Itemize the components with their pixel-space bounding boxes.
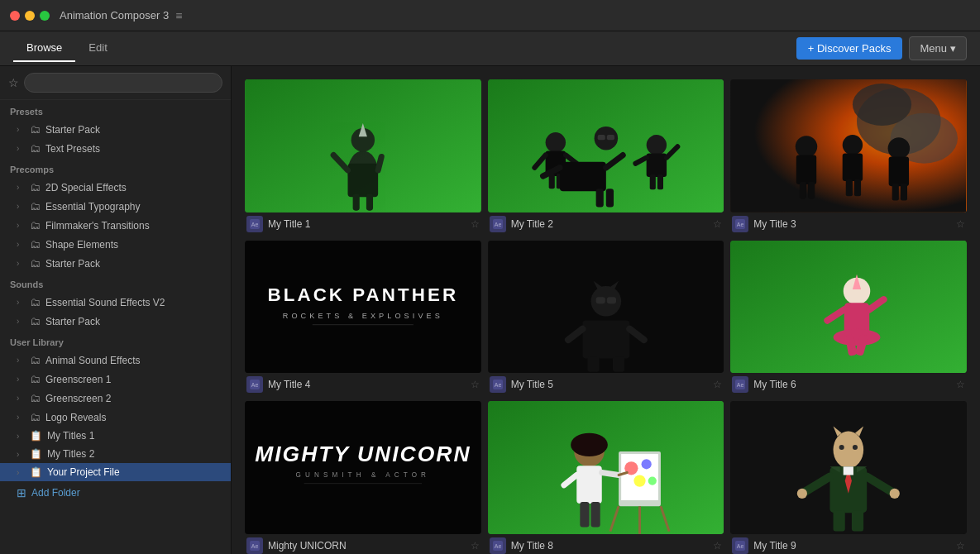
svg-text:Ae: Ae [737,222,744,227]
sidebar-item-text-presets[interactable]: › 🗂 Text Presets [0,139,231,158]
folder-icon: 🗂 [30,142,41,155]
item-star-9[interactable]: ☆ [956,540,965,552]
thumbnail-7: MIGHTY UNICORN GUNSMITH & ACTOR [245,401,481,534]
grid-item-1[interactable]: Ae My Title 1 ☆ [241,76,485,237]
thumb-svg-9 [730,401,967,534]
chevron-right-icon: › [17,432,25,441]
chevron-right-icon: › [17,450,25,459]
sidebar-item-greenscreen-1[interactable]: › 🗂 Greenscreen 1 [0,370,231,389]
svg-point-114 [839,445,844,450]
add-icon: ⊞ [17,486,26,499]
menu-label: Menu [920,42,947,55]
sidebar-item-essential-typography[interactable]: › 🗂 Essential Typography [0,197,231,216]
thumbnail-1 [245,79,481,213]
folder-icon: 🗂 [30,181,41,193]
item-star-2[interactable]: ☆ [713,218,722,230]
sidebar-item-2d-special[interactable]: › 🗂 2D Special Effects [0,178,231,197]
hamburger-icon[interactable]: ≡ [175,9,182,22]
svg-point-13 [545,132,565,152]
item-star-6[interactable]: ☆ [956,379,965,390]
menu-button[interactable]: Menu ▾ [909,36,967,60]
grid-item-5[interactable]: Ae My Title 5 ☆ [485,237,728,399]
sidebar-item-starter-pack-sounds[interactable]: › 🗂 Starter Pack [0,312,231,331]
grid-item-4[interactable]: BLACK PANTHER ROCKETS & EXPLOSIVES Ae My… [241,237,485,399]
search-input[interactable] [24,73,222,93]
section-header-user-library: User Library [0,331,231,351]
chevron-right-icon: › [17,468,25,477]
special-folder-icon: 📋 [30,466,42,478]
item-footer-5: Ae My Title 5 ☆ [488,373,724,394]
sidebar-item-starter-pack-1[interactable]: › 🗂 Starter Pack [0,120,231,139]
chevron-right-icon: › [17,259,25,268]
sidebar-item-label: My Titles 2 [47,448,94,460]
item-name-8: My Title 8 [511,540,709,552]
svg-point-125 [797,489,807,499]
sidebar-item-filmmakers-transitions[interactable]: › 🗂 Filmmaker's Transitions [0,216,231,235]
svg-rect-51 [901,184,907,200]
sidebar-item-starter-pack-2[interactable]: › 🗂 Starter Pack [0,254,231,273]
section-header-presets: Presets [0,100,231,120]
sidebar-item-greenscreen-2[interactable]: › 🗂 Greenscreen 2 [0,389,231,408]
folder-icon: 🗂 [30,411,41,423]
chevron-right-icon: › [17,394,25,403]
sidebar-item-label: My Titles 1 [47,430,94,442]
sidebar-item-label: Greenscreen 2 [45,393,111,404]
tab-edit[interactable]: Edit [75,35,120,62]
svg-text:Ae: Ae [251,382,259,388]
svg-rect-107 [590,502,600,528]
special-folder-icon: 📋 [30,430,42,442]
folder-icon: 🗂 [30,200,41,213]
svg-rect-43 [808,182,815,198]
svg-rect-21 [607,135,614,140]
thumb-svg-5 [488,241,724,374]
chevron-down-icon: ▾ [950,42,956,55]
svg-point-62 [590,286,621,317]
folder-icon: 🗂 [30,219,41,232]
favorites-star-icon[interactable]: ☆ [8,76,19,89]
grid-item-8[interactable]: Ae My Title 8 ☆ [485,398,728,554]
item-star-7[interactable]: ☆ [471,540,480,552]
item-star-4[interactable]: ☆ [471,379,480,390]
item-star-8[interactable]: ☆ [713,540,722,552]
sidebar-item-animal-sound[interactable]: › 🗂 Animal Sound Effects [0,351,231,370]
grid-item-9[interactable]: Ae My Title 9 ☆ [727,398,970,554]
thumbnail-2 [488,79,724,213]
grid-item-3[interactable]: Ae My Title 3 ☆ [727,76,970,237]
tab-browse[interactable]: Browse [13,35,75,62]
item-icon-9: Ae [732,537,748,554]
maximize-button[interactable] [40,11,50,21]
search-bar: ☆ [0,66,231,100]
item-footer-9: Ae My Title 9 ☆ [730,534,967,554]
discover-packs-button[interactable]: + Discover Packs [796,37,903,60]
sidebar-item-my-titles-2[interactable]: › 📋 My Titles 2 [0,445,231,463]
item-name-9: My Title 9 [753,540,951,552]
sidebar-item-my-titles-1[interactable]: › 📋 My Titles 1 [0,427,231,445]
svg-rect-61 [582,320,629,358]
svg-point-77 [834,328,881,345]
sidebar-item-label: Essential Typography [45,201,141,213]
item-icon-1: Ae [246,216,263,232]
sidebar-item-label: Logo Reveals [45,412,106,423]
app-title: Animation Composer 3 [60,9,169,21]
svg-rect-106 [580,502,589,528]
thumb-svg-3 [730,79,967,213]
sidebar-item-essential-sound[interactable]: › 🗂 Essential Sound Effects V2 [0,293,231,312]
grid-item-7[interactable]: MIGHTY UNICORN GUNSMITH & ACTOR Ae Might… [241,398,485,554]
item-star-3[interactable]: ☆ [956,218,965,230]
grid-item-2[interactable]: Ae My Title 2 ☆ [485,76,728,237]
sidebar-item-shape-elements[interactable]: › 🗂 Shape Elements [0,235,231,254]
svg-rect-47 [854,179,861,196]
item-star-5[interactable]: ☆ [713,379,722,390]
svg-rect-49 [889,157,909,187]
nav-tabs: Browse Edit [13,35,796,62]
grid-item-6[interactable]: Ae My Title 6 ☆ [727,237,970,399]
sidebar-item-logo-reveals[interactable]: › 🗂 Logo Reveals [0,408,231,427]
close-button[interactable] [10,11,20,21]
sidebar-item-your-project-file[interactable]: › 📋 Your Project File [0,463,231,481]
svg-text:MIGHTY UNICORN: MIGHTY UNICORN [255,442,471,467]
add-folder-row[interactable]: ⊞ Add Folder [0,481,231,504]
top-nav: Browse Edit + Discover Packs Menu ▾ [0,31,980,66]
minimize-button[interactable] [25,11,35,21]
svg-point-101 [571,433,608,456]
item-star-1[interactable]: ☆ [471,218,480,230]
